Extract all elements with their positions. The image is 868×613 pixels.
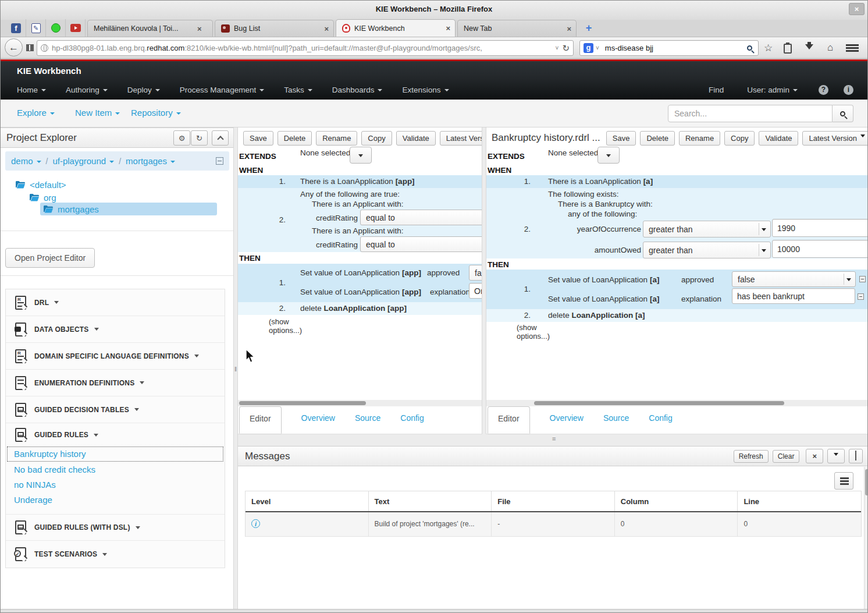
when-row-1[interactable]: 1. There is a LoanApplication [a] <box>486 175 868 188</box>
menu-dashboards[interactable]: Dashboards <box>332 86 383 94</box>
section-enumeration-definitions[interactable]: ENUMERATION DEFINITIONS <box>6 370 225 396</box>
tab-kie-workbench[interactable]: KIE Workbench × <box>336 19 456 37</box>
value-input[interactable] <box>772 240 868 258</box>
menu-home[interactable]: Home <box>17 86 46 94</box>
tab-editor[interactable]: Editor <box>488 406 530 434</box>
remove-field-icon[interactable] <box>859 276 866 282</box>
section-guided-rules-dsl[interactable]: GUIDED RULES (WITH DSL) <box>6 514 225 541</box>
tree-item-mortgages-selected[interactable]: mortgages <box>40 203 217 215</box>
list-view-icon[interactable] <box>834 472 853 490</box>
downloads-icon[interactable] <box>805 44 813 49</box>
back-button[interactable]: ← <box>5 38 23 56</box>
then-row-2[interactable]: 2. delete LoanApplication [a] <box>486 309 868 322</box>
when-row-2[interactable]: 2. The following exists: There is a Bank… <box>486 188 868 258</box>
validate-button[interactable]: Validate <box>759 131 798 146</box>
tab-close-icon[interactable]: × <box>324 24 329 33</box>
tab-source[interactable]: Source <box>355 406 380 434</box>
value-input[interactable] <box>469 283 482 299</box>
menu-tasks[interactable]: Tasks <box>284 86 312 94</box>
show-options-link[interactable]: (show options...) <box>517 323 555 341</box>
gear-icon[interactable]: ⚙ <box>173 130 190 146</box>
pinned-tab-facebook[interactable]: f <box>6 19 26 37</box>
tab-overview[interactable]: Overview <box>550 406 584 434</box>
window-close-button[interactable]: × <box>849 3 865 15</box>
show-options-link[interactable]: (show options...) <box>269 317 307 335</box>
google-engine-icon[interactable]: g <box>584 43 593 53</box>
tab-close-icon[interactable]: × <box>446 24 450 33</box>
then-row-1[interactable]: 1. Set value of LoanApplication [a] appr… <box>486 270 868 309</box>
when-row-1[interactable]: 1. There is a LoanApplication [app] <box>238 175 482 188</box>
bookmark-star-icon[interactable]: ☆ <box>764 42 773 54</box>
history-grid-icon[interactable] <box>26 44 34 51</box>
pinned-tab-youtube[interactable] <box>66 19 86 37</box>
submenu-new-item[interactable]: New Item <box>75 108 120 118</box>
rule-item-no-bad-credit-checks[interactable]: No bad credit checks <box>14 465 95 474</box>
breadcrumb-demo[interactable]: demo <box>11 156 41 166</box>
tab-bug-list[interactable]: Bug List × <box>215 20 334 37</box>
menu-user[interactable]: User: admin <box>747 86 798 94</box>
operator-select[interactable]: greater than <box>643 242 771 258</box>
open-project-editor-button[interactable]: Open Project Editor <box>5 248 95 268</box>
remove-field-icon[interactable] <box>858 293 864 300</box>
new-tab-button[interactable]: + <box>580 21 597 36</box>
pinned-tab-notes[interactable]: ✎ <box>26 19 46 37</box>
menu-hamburger-icon[interactable] <box>846 44 859 52</box>
menu-process-management[interactable]: Process Management <box>180 86 264 94</box>
home-icon[interactable]: ⌂ <box>827 42 833 54</box>
section-test-scenarios[interactable]: ✓ TEST SCENARIOS <box>6 541 225 568</box>
section-drl[interactable]: R DRL <box>6 289 225 316</box>
operator-select[interactable]: equal to <box>360 236 482 252</box>
help-icon[interactable]: ? <box>819 85 828 95</box>
rule-item-bankruptcy-history[interactable]: Bankruptcy history <box>14 449 86 459</box>
section-dsl-definitions[interactable]: R DOMAIN SPECIFIC LANGUAGE DEFINITIONS <box>6 343 225 370</box>
collapse-panel-button[interactable] <box>212 130 229 146</box>
tab-editor[interactable]: Editor <box>239 406 282 434</box>
vertical-scrollbar[interactable] <box>864 467 868 609</box>
when-row-2[interactable]: 2. Any of the following are true: There … <box>238 188 482 252</box>
horizontal-scrollbar[interactable] <box>238 400 482 406</box>
latest-version-dropdown[interactable]: Latest Version <box>440 131 482 146</box>
rule-item-no-ninjas[interactable]: no NINJAs <box>14 480 56 490</box>
menu-find[interactable]: Find <box>709 86 724 94</box>
then-row-1[interactable]: 1. Set value of LoanApplication [app] ap… <box>238 264 482 302</box>
menu-deploy[interactable]: Deploy <box>127 86 160 94</box>
engine-dropdown-icon[interactable]: ˅ <box>596 45 599 51</box>
workbench-search-button[interactable] <box>833 105 853 122</box>
submenu-repository[interactable]: Repository <box>131 108 181 118</box>
tab-close-icon[interactable]: × <box>567 24 571 33</box>
copy-button[interactable]: Copy <box>724 131 755 146</box>
scrollbar-thumb[interactable] <box>239 401 366 405</box>
splitter-messages[interactable]: = <box>238 434 867 446</box>
scrollbar-thumb[interactable] <box>534 401 784 405</box>
menu-authoring[interactable]: Authoring <box>66 86 108 94</box>
copy-button[interactable]: Copy <box>361 131 392 146</box>
pinned-tab-green-app[interactable] <box>46 19 66 37</box>
tab-overview[interactable]: Overview <box>301 406 335 434</box>
latest-version-dropdown[interactable]: Latest Version <box>802 131 868 146</box>
delete-button[interactable]: Delete <box>640 131 675 146</box>
save-button[interactable]: Save <box>243 131 273 146</box>
value-select[interactable]: false <box>732 271 856 287</box>
browser-search-bar[interactable]: g ˅ <box>579 40 759 56</box>
tab-config[interactable]: Config <box>400 406 424 434</box>
splitter-left[interactable]: ‖ <box>233 127 238 609</box>
delete-button[interactable]: Delete <box>278 131 312 146</box>
operator-select[interactable]: greater than <box>643 221 771 238</box>
validate-button[interactable]: Validate <box>396 131 436 146</box>
scrollbar-thumb[interactable] <box>865 469 868 495</box>
breadcrumb-repository[interactable]: uf-playground <box>52 156 114 166</box>
browser-search-input[interactable] <box>605 44 747 52</box>
value-input[interactable] <box>772 219 868 237</box>
panel-menu-button[interactable] <box>827 449 845 463</box>
tree-item-org[interactable]: org <box>30 191 56 204</box>
save-button[interactable]: Save <box>606 131 636 146</box>
then-row-2[interactable]: 2. delete LoanApplication [app] <box>238 302 482 315</box>
collapse-panel-button[interactable] <box>849 449 863 463</box>
section-data-objects[interactable]: DATA OBJECTS <box>6 316 225 343</box>
rename-button[interactable]: Rename <box>679 131 720 146</box>
reading-list-icon[interactable] <box>784 44 792 54</box>
tab-mehilainen[interactable]: Mehiläinen Kouvola | Toi... × <box>87 20 213 37</box>
tab-source[interactable]: Source <box>603 406 629 434</box>
horizontal-scrollbar[interactable] <box>486 400 868 406</box>
search-magnifier-icon[interactable] <box>747 45 752 51</box>
